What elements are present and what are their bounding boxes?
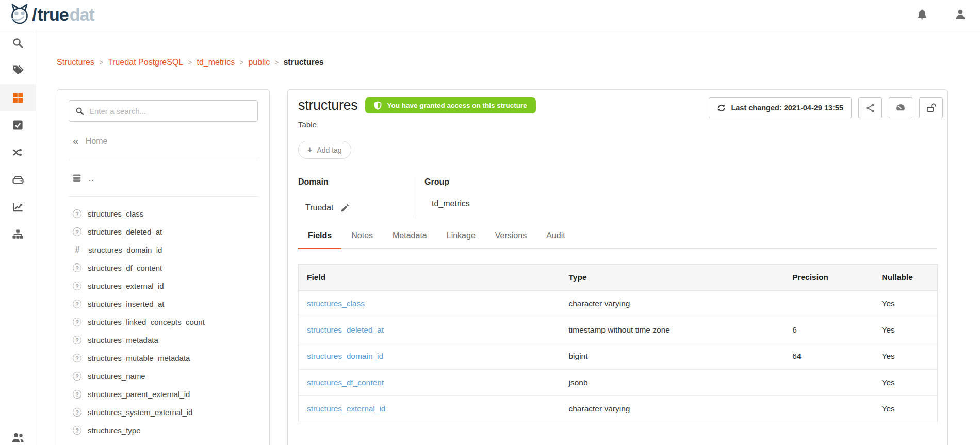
precision-cell	[784, 396, 873, 422]
gauge-icon	[895, 103, 906, 113]
field-type-icon: ?	[73, 263, 81, 272]
list-item[interactable]: ? structures_linked_concepts_count	[73, 313, 269, 331]
fields-table: Field Type Precision Nullable structures…	[298, 264, 938, 422]
nullable-cell: Yes	[874, 291, 938, 317]
explorer-parent-item[interactable]: ..	[57, 168, 269, 188]
list-item[interactable]: ? structures_metadata	[73, 331, 269, 349]
domain-group-section: Domain Truedat Group td_metrics	[298, 177, 947, 218]
field-link[interactable]: structures_domain_id	[307, 352, 383, 360]
divider	[69, 160, 258, 160]
column-header-precision: Precision	[784, 265, 873, 291]
tab[interactable]: Fields	[298, 231, 341, 248]
explorer-home-item[interactable]: « Home	[57, 131, 269, 152]
grid-icon	[12, 92, 24, 104]
quality-gauge-button[interactable]	[889, 97, 912, 118]
list-item[interactable]: ? structures_df_content	[73, 259, 269, 277]
field-name-label: structures_system_external_id	[88, 408, 192, 417]
field-name-label: structures_linked_concepts_count	[88, 318, 205, 326]
type-cell: character varying	[560, 396, 784, 422]
field-type-icon: ?	[73, 300, 81, 308]
truedat-logo[interactable]: / true dat	[0, 3, 94, 26]
explorer-field-list: ? structures_class ? structures_deleted_…	[57, 197, 269, 439]
notifications-button[interactable]	[916, 8, 929, 21]
tab[interactable]: Metadata	[383, 231, 437, 248]
edit-domain-button[interactable]	[340, 204, 349, 212]
nullable-cell: Yes	[874, 317, 938, 343]
field-type-icon: ?	[73, 426, 81, 435]
tab[interactable]: Audit	[536, 231, 575, 248]
field-type-icon: ?	[73, 227, 81, 236]
tab[interactable]: Versions	[485, 231, 536, 248]
add-tag-button[interactable]: + Add tag	[298, 141, 351, 159]
list-item[interactable]: ? structures_parent_external_id	[73, 385, 269, 403]
list-item[interactable]: ? structures_name	[73, 367, 269, 385]
page-title: structures	[298, 97, 358, 113]
field-type-icon: ?	[73, 372, 81, 381]
type-cell: bigint	[560, 343, 784, 370]
tab[interactable]: Notes	[341, 231, 383, 248]
user-menu-button[interactable]	[954, 8, 968, 21]
nullable-cell: Yes	[874, 343, 938, 370]
nav-item-domains[interactable]	[0, 221, 36, 248]
table-header-row: Field Type Precision Nullable	[299, 265, 938, 291]
list-item[interactable]: ? structures_deleted_at	[73, 223, 269, 241]
database-icon	[72, 174, 81, 182]
group-label: Group	[424, 177, 470, 187]
shield-icon	[374, 101, 382, 110]
field-link[interactable]: structures_deleted_at	[307, 325, 384, 334]
list-item[interactable]: ? structures_mutable_metadata	[73, 349, 269, 367]
nav-item-quality[interactable]	[0, 193, 36, 221]
users-icon-partial	[11, 432, 25, 444]
field-type-icon: #	[73, 245, 82, 255]
field-name-label: structures_type	[88, 426, 141, 435]
field-link[interactable]: structures_class	[307, 299, 365, 308]
field-name-label: structures_name	[88, 372, 145, 381]
check-square-icon	[12, 119, 24, 131]
precision-cell	[784, 291, 873, 317]
last-changed-button[interactable]: Last changed: 2021-04-29 13:55	[709, 97, 852, 118]
logo-slash: /	[32, 6, 36, 23]
field-name-label: structures_external_id	[88, 282, 164, 290]
field-name-label: structures_metadata	[88, 336, 158, 344]
detail-tabs: Fields Notes Metadata Linkage Versions A…	[298, 231, 937, 249]
nav-item-tasks[interactable]	[0, 111, 36, 139]
list-item[interactable]: ? structures_type	[73, 421, 269, 439]
list-item[interactable]: # structures_domain_id	[73, 241, 269, 259]
explorer-search-input[interactable]	[89, 107, 251, 116]
nav-item-systems[interactable]	[0, 166, 36, 193]
nav-item-search[interactable]	[0, 29, 36, 57]
nav-item-users[interactable]	[0, 424, 36, 445]
list-item[interactable]: ? structures_system_external_id	[73, 403, 269, 421]
nav-item-tags[interactable]	[0, 57, 36, 84]
field-type-icon: ?	[73, 390, 81, 399]
breadcrumb: Structures > Truedat PostgreSQL > td_met…	[57, 58, 324, 67]
breadcrumb-link[interactable]: Structures	[57, 58, 94, 67]
add-tag-label: Add tag	[317, 146, 341, 154]
column-header-field: Field	[299, 265, 561, 291]
breadcrumb-separator: >	[274, 58, 279, 67]
breadcrumb-link[interactable]: public	[248, 58, 270, 67]
field-type-icon: ?	[73, 209, 81, 218]
logo-brand-secondary: dat	[70, 6, 94, 23]
breadcrumb-link[interactable]: td_metrics	[197, 58, 235, 67]
field-link[interactable]: structures_df_content	[307, 378, 384, 387]
unlock-button[interactable]	[919, 97, 943, 118]
shuffle-icon	[12, 146, 24, 158]
nav-rail	[0, 29, 36, 445]
breadcrumb-link[interactable]: Truedat PostgreSQL	[108, 58, 183, 67]
breadcrumb-separator: >	[99, 58, 103, 67]
domain-label: Domain	[298, 177, 413, 187]
tab[interactable]: Linkage	[437, 231, 485, 248]
chart-line-icon	[12, 201, 24, 213]
field-name-label: structures_domain_id	[88, 245, 162, 254]
nav-item-lineage[interactable]	[0, 139, 36, 166]
list-item[interactable]: ? structures_class	[73, 205, 269, 223]
list-item[interactable]: ? structures_external_id	[73, 277, 269, 295]
share-button[interactable]	[858, 97, 882, 118]
nav-item-structures[interactable]	[0, 84, 36, 111]
domain-value: Truedat	[305, 203, 334, 212]
access-badge-label: You have granted access on this structur…	[387, 102, 527, 109]
list-item[interactable]: ? structures_inserted_at	[73, 295, 269, 313]
field-link[interactable]: structures_external_id	[307, 404, 386, 413]
tags-icon	[12, 64, 24, 76]
